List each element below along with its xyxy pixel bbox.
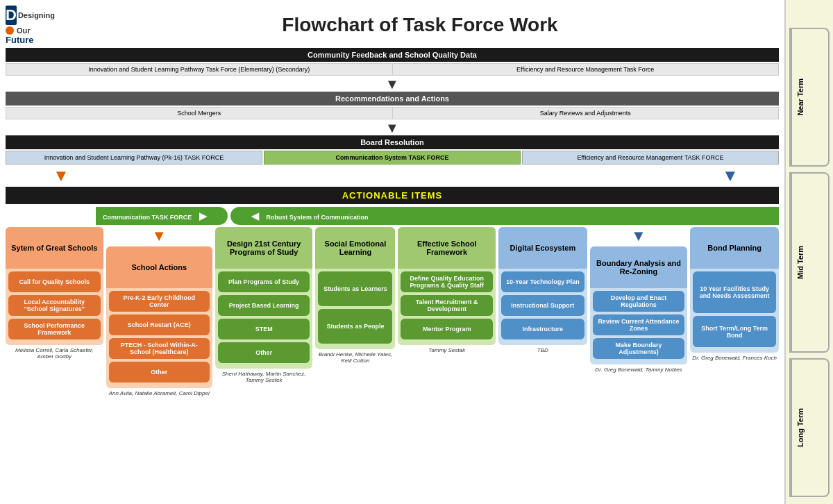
mid-term-bracket: Mid Term <box>789 172 830 353</box>
orange-arrow-top: ▼ <box>6 166 117 185</box>
col-system: Sytem of Great Schools Call for Quality … <box>6 227 103 362</box>
orange-arrow-2-icon: ▼ <box>151 227 167 244</box>
near-term-label: Near Term <box>793 76 807 119</box>
board-cell-right: Efficiency and Resource Management TASK … <box>522 151 779 165</box>
board-cell-left: Innovation and Student Learning Pathway … <box>6 151 262 165</box>
col-school-actions-body: Pre-K-2 Early Childhood Center School Re… <box>106 288 212 388</box>
card-other-2: Other <box>218 342 310 363</box>
card-school-restart: School Restart (ACE) <box>109 314 210 335</box>
col-school-actions-footer: Ann Avila, Natalie Abrameit, Carol Dippe… <box>106 388 212 398</box>
blue-arrow-2-icon: ▼ <box>631 227 646 244</box>
col-social-header: Social Emotional Learning <box>315 227 395 269</box>
card-define-quality: Define Quality Education Programs & Qual… <box>401 271 493 292</box>
logo-dot-icon <box>6 26 14 35</box>
mergers-row: School Mergers Salary Reviews and Adjust… <box>6 107 779 119</box>
col-digital-body: 10-Year Technology Plan Instructional Su… <box>498 269 587 345</box>
board-cell-center: Communication System TASK FORCE <box>264 151 521 165</box>
community-feedback-bar: Community Feedback and School Quality Da… <box>6 48 779 62</box>
logo: D Designing Our Future <box>6 6 54 44</box>
comm-tf-arrow: Communication TASK FORCE ▶ <box>96 207 228 225</box>
blue-arrow-top: ▼ <box>682 166 779 185</box>
board-resolution-bar: Board Resolution <box>6 135 779 149</box>
col-bond-footer: Dr. Greg Bonewald, Frances Koch <box>690 353 779 363</box>
long-term-label: Long Term <box>793 405 807 450</box>
col-system-body: Call for Quality Schools Local Accountab… <box>6 269 103 345</box>
logo-d-icon: D <box>6 6 17 25</box>
card-school-performance: School Performance Framework <box>8 319 101 339</box>
col-effective: Effective School Framework Define Qualit… <box>398 227 496 355</box>
col-social: Social Emotional Learning Students as Le… <box>315 227 395 366</box>
card-other-1: Other <box>109 362 210 383</box>
card-instructional: Instructional Support <box>501 295 584 316</box>
col-social-body: Students as Learners Students as People <box>315 269 395 349</box>
card-make-boundary: Make Boundary Adjustments) <box>593 338 685 359</box>
col-boundary-footer: Dr. Greg Bonewald, Tammy Nobles <box>590 364 688 375</box>
col-design21-footer: Sherri Hathaway, Martin Sanchez, Tammy S… <box>215 369 313 385</box>
blue-down-icon: ▼ <box>722 166 739 185</box>
mid-line <box>789 174 792 351</box>
card-local-accountability: Local Accountability "School Signatures" <box>8 295 101 316</box>
recommendations-bar: Recommendations and Actions <box>6 92 779 106</box>
col-boundary: ▼ Boundary Analysis and Re-Zoning Develo… <box>590 227 688 375</box>
card-stem: STEM <box>218 319 310 339</box>
robust-arrow: ◀ Robust System of Communication <box>230 207 779 225</box>
orange-down-icon: ▼ <box>53 166 69 185</box>
col-effective-title: Effective School Framework <box>401 240 493 256</box>
col-boundary-header: Boundary Analysis and Re-Zoning <box>590 246 688 288</box>
logo-our: Our <box>17 26 31 35</box>
col-effective-footer: Tammy Sestak <box>398 345 496 355</box>
card-talent: Talent Recruitment & Development <box>401 295 493 316</box>
card-call-quality: Call for Quality Schools <box>8 271 101 292</box>
long-term-bracket: Long Term <box>789 358 830 497</box>
col-school-actions-title: School Actions <box>131 263 187 271</box>
task-force-row: Innovation and Student Learning Pathway … <box>6 63 779 76</box>
board-row: Innovation and Student Learning Pathway … <box>6 151 779 165</box>
col-boundary-title: Boundary Analysis and Re-Zoning <box>593 259 685 276</box>
mergers-left: School Mergers <box>6 108 393 119</box>
col-digital-header: Digital Ecosystem <box>498 227 587 269</box>
main-title: Flowchart of Task Force Work <box>61 14 779 36</box>
col-school-actions: ▼ School Actions Pre-K-2 Early Childhood… <box>106 227 212 398</box>
main-container: D Designing Our Future Flowchart of Task… <box>0 0 833 504</box>
logo-future: Future <box>6 35 54 45</box>
col-social-title: Social Emotional Learning <box>318 240 392 256</box>
long-line <box>789 360 792 496</box>
card-pbl: Project Based Learning <box>218 295 310 316</box>
card-students-learners: Students as Learners <box>318 271 392 306</box>
col-school-actions-header: School Actions <box>106 246 212 288</box>
card-10yr-facilities: 10 Year Facilities Study and Needs Asses… <box>693 271 776 313</box>
col-design21: Design 21st Century Programs of Study Pl… <box>215 227 313 385</box>
header: D Designing Our Future Flowchart of Task… <box>6 6 779 44</box>
col-system-footer: Melissa Correll, Carla Schaefer, Amber G… <box>6 345 103 362</box>
col-system-header: Sytem of Great Schools <box>6 227 103 269</box>
col-bond-header: Bond Planning <box>690 227 779 269</box>
card-short-long-bond: Short Term/Long Term Bond <box>693 316 776 347</box>
col-digital-title: Digital Ecosystem <box>510 244 575 252</box>
columns-wrapper: Sytem of Great Schools Call for Quality … <box>6 227 779 398</box>
card-10yr-tech: 10-Year Technology Plan <box>501 271 584 292</box>
card-review-zones: Review Current Attendance Zones <box>593 314 685 335</box>
card-infrastructure: Infrastructure <box>501 319 584 339</box>
near-line <box>789 29 792 165</box>
col-bond-title: Bond Planning <box>707 244 762 252</box>
card-prek2: Pre-K-2 Early Childhood Center <box>109 291 210 312</box>
card-enact-regs: Develop and Enact Regulations <box>593 291 685 312</box>
card-plan-programs: Plan Programs of Study <box>218 271 310 292</box>
comm-tf-arrow-icon: ▶ <box>199 210 207 221</box>
content-area: D Designing Our Future Flowchart of Task… <box>0 0 784 504</box>
card-students-people: Students as People <box>318 309 392 344</box>
col-bond-body: 10 Year Facilities Study and Needs Asses… <box>690 269 779 353</box>
comm-tf-row: Communication TASK FORCE ▶ ◀ Robust Syst… <box>96 207 779 225</box>
arrows-row: ▼ ▼ <box>6 166 779 185</box>
actionable-bar: ACTIONABLE ITEMS <box>6 187 779 204</box>
task-force-left: Innovation and Student Learning Pathway … <box>6 64 393 75</box>
col-digital-footer: TBD <box>498 345 587 355</box>
mergers-right: Salary Reviews and Adjustments <box>393 108 779 119</box>
card-mentor: Mentor Program <box>401 319 493 339</box>
board-resolution-label: Board Resolution <box>360 138 424 146</box>
mid-term-label: Mid Term <box>793 243 807 282</box>
near-term-bracket: Near Term <box>789 28 830 167</box>
col-bond: Bond Planning 10 Year Facilities Study a… <box>690 227 779 363</box>
comm-tf-label: Communication TASK FORCE <box>103 214 192 221</box>
robust-arrow-icon: ◀ <box>251 210 259 221</box>
